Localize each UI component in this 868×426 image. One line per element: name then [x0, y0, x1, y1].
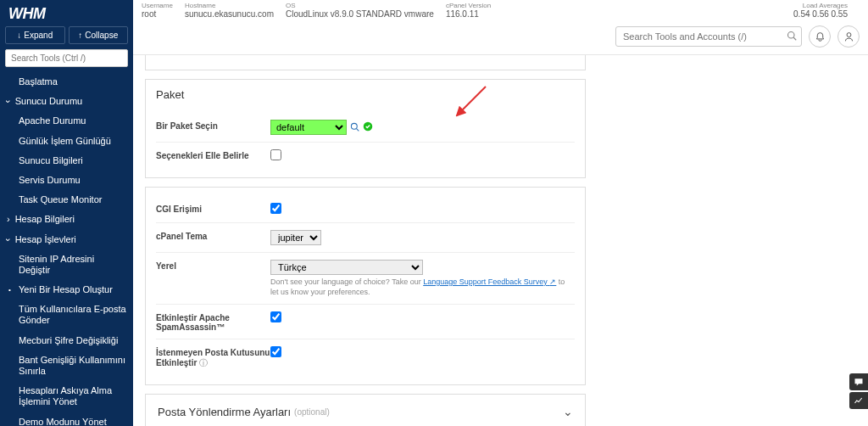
nav-item[interactable]: Sitenin IP Adresini Değiştir: [0, 249, 133, 280]
floating-buttons: [849, 373, 868, 409]
cpver-val: 116.0.11: [446, 9, 491, 19]
spam-checkbox[interactable]: [270, 311, 281, 322]
nav-item[interactable]: Hesap Bilgileri: [0, 210, 133, 229]
check-icon: [363, 121, 373, 133]
collapse-icon: ↑: [78, 31, 82, 40]
nav-item[interactable]: Sunucu Durumu: [0, 92, 133, 111]
collapse-button[interactable]: ↑Collapse: [69, 26, 129, 44]
field-spamassassin: Etkinleştir Apache SpamAssassin™: [156, 304, 575, 339]
expand-collapse-row: ↓Expand ↑Collapse: [0, 26, 133, 49]
info-hostname: Hostnamesunucu.ekasunucu.com: [185, 2, 274, 19]
nav-item[interactable]: Apache Durumu: [0, 111, 133, 131]
panel-paket-title: Paket: [146, 80, 585, 109]
username-val: root: [142, 9, 173, 19]
os-lbl: OS: [286, 2, 434, 9]
cgi-label: CGI Erişimi: [156, 203, 270, 214]
username-lbl: Username: [142, 2, 173, 9]
field-package-select: Bir Paket Seçin default: [156, 113, 575, 142]
manual-options-ctrl: [270, 149, 575, 162]
help-icon[interactable]: ⓘ: [199, 358, 208, 367]
svg-point-2: [847, 32, 851, 36]
locale-help: Don't see your language of choice? Take …: [270, 277, 575, 297]
field-theme: cPanel Tema jupiter: [156, 222, 575, 252]
notifications-button[interactable]: [809, 25, 831, 48]
field-cgi: CGI Erişimi: [156, 196, 575, 222]
load-val: 0.54 0.56 0.55: [793, 9, 848, 19]
user-menu-button[interactable]: [837, 25, 860, 48]
field-locale: Yerel Türkçe Don't see your language of …: [156, 252, 575, 304]
theme-label: cPanel Tema: [156, 230, 270, 241]
info-load: Load Averages0.54 0.56 0.55: [793, 2, 848, 19]
sidebar-search: [5, 49, 128, 67]
main: Usernameroot Hostnamesunucu.ekasunucu.co…: [133, 0, 868, 426]
sidebar-nav[interactable]: BaşlatmaSunucu DurumuApache DurumuGünlük…: [0, 72, 133, 426]
logo: WHM: [0, 0, 133, 26]
package-select-label: Bir Paket Seçin: [156, 120, 270, 131]
nav-item[interactable]: Hesapları Askıya Alma İşlemini Yönet: [0, 381, 133, 412]
locale-help-1: Don't see your language of choice? Take …: [270, 277, 421, 286]
spam-label: Etkinleştir Apache SpamAssassin™: [156, 311, 270, 332]
chat-button[interactable]: [849, 373, 868, 390]
nav-item[interactable]: Servis Durumu: [0, 171, 133, 190]
spambox-checkbox[interactable]: [270, 346, 281, 357]
locale-select[interactable]: Türkçe: [270, 260, 423, 275]
nav-item[interactable]: Demo Modunu Yönet: [0, 412, 133, 426]
svg-line-4: [357, 128, 359, 131]
nav-item[interactable]: Başlatma: [0, 72, 133, 92]
info-cpver: cPanel Version116.0.11: [446, 2, 491, 19]
nav-item[interactable]: Mecburi Şifre Değişikliği: [0, 331, 133, 350]
panel-stub-top: [145, 55, 586, 70]
load-lbl: Load Averages: [793, 2, 848, 9]
stats-button[interactable]: [849, 392, 868, 409]
nav-item[interactable]: Bant Genişliği Kullanımını Sınırla: [0, 350, 133, 381]
nav-item[interactable]: Task Queue Monitor: [0, 190, 133, 210]
hostname-lbl: Hostname: [185, 2, 274, 9]
panel-settings-body: CGI Erişimi cPanel Tema jupiter Yerel Tü…: [146, 188, 585, 384]
expand-icon: ↓: [17, 31, 21, 40]
tool-search: [615, 26, 802, 47]
info-username: Usernameroot: [142, 2, 173, 19]
expand-label: Expand: [24, 31, 53, 40]
package-select-ctrl: default: [270, 120, 575, 135]
search-row: [133, 19, 868, 54]
mail-forward-header[interactable]: Posta Yönlendirme Ayarları (optional) ⌄: [146, 395, 585, 426]
collapse-label: Collapse: [85, 31, 118, 40]
panel-mail-forward: Posta Yönlendirme Ayarları (optional) ⌄: [145, 394, 586, 426]
cgi-ctrl: [270, 203, 575, 216]
field-spambox: İstenmeyen Posta Kutusunu Etkinleştir ⓘ: [156, 339, 575, 376]
search-icon[interactable]: [350, 122, 359, 133]
search-icon[interactable]: [787, 31, 797, 43]
chevron-down-icon: ⌄: [563, 405, 573, 418]
sidebar-search-input[interactable]: [5, 49, 128, 67]
topbar: Usernameroot Hostnamesunucu.ekasunucu.co…: [133, 0, 868, 55]
mail-forward-optional: (optional): [294, 407, 330, 417]
server-info-row: Usernameroot Hostnamesunucu.ekasunucu.co…: [133, 0, 868, 19]
locale-link-text: Language Support Feedback Survey: [423, 277, 548, 286]
package-select[interactable]: default: [270, 120, 347, 135]
cgi-checkbox[interactable]: [270, 203, 281, 214]
tool-search-input[interactable]: [615, 26, 802, 47]
panel-settings: CGI Erişimi cPanel Tema jupiter Yerel Tü…: [145, 187, 586, 385]
os-val: CloudLinux v8.9.0 STANDARD vmware: [286, 9, 434, 19]
nav-item[interactable]: Tüm Kullanıcılara E-posta Gönder: [0, 300, 133, 330]
svg-line-1: [793, 37, 796, 40]
nav-item[interactable]: Yeni Bir Hesap Oluştur: [0, 280, 133, 300]
expand-button[interactable]: ↓Expand: [5, 26, 65, 44]
theme-ctrl: jupiter: [270, 230, 575, 245]
hostname-val: sunucu.ekasunucu.com: [185, 9, 274, 19]
mail-forward-title: Posta Yönlendirme Ayarları: [158, 406, 291, 418]
spam-ctrl: [270, 311, 575, 324]
content-area[interactable]: Paket Bir Paket Seçin default: [133, 55, 868, 426]
locale-label: Yerel: [156, 260, 270, 271]
external-link-icon: ↗: [549, 277, 556, 286]
manual-options-checkbox[interactable]: [270, 149, 281, 160]
nav-item[interactable]: Sunucu Bilgileri: [0, 151, 133, 171]
locale-survey-link[interactable]: Language Support Feedback Survey ↗: [423, 277, 556, 286]
cpver-lbl: cPanel Version: [446, 2, 491, 9]
manual-options-label: Seçenekleri Elle Belirle: [156, 149, 270, 160]
theme-select[interactable]: jupiter: [270, 230, 321, 245]
nav-item[interactable]: Günlük İşlem Günlüğü: [0, 132, 133, 151]
nav-item[interactable]: Hesap İşlevleri: [0, 230, 133, 249]
locale-ctrl: Türkçe Don't see your language of choice…: [270, 260, 575, 297]
svg-point-3: [351, 123, 357, 129]
